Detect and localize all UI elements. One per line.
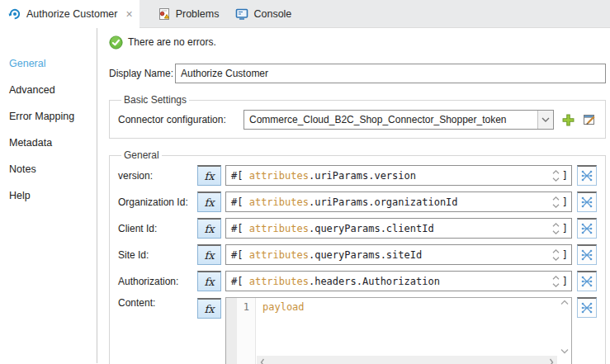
- properties-view: General Advanced Error Mapping Metadata …: [0, 28, 610, 363]
- expression-field-row: version: fx #[ attributes.uriParams.vers…: [118, 165, 597, 186]
- expression-path: .queryParams.siteId: [309, 249, 422, 261]
- vertical-scrollbar[interactable]: [558, 300, 570, 354]
- fx-toggle-button[interactable]: fx: [197, 244, 221, 265]
- fx-toggle-button[interactable]: fx: [197, 165, 221, 186]
- expression-path: .queryParams.clientId: [309, 223, 434, 234]
- expression-path: .uriParams.organizationId: [309, 196, 458, 208]
- spinner-control[interactable]: [552, 222, 560, 235]
- dataweave-icon: [580, 222, 593, 235]
- add-config-button[interactable]: [560, 112, 575, 127]
- expression-input[interactable]: #[ attributes.uriParams.version ]: [225, 165, 572, 186]
- connector-config-label: Connector configuration:: [118, 114, 244, 125]
- connector-config-value: Commerce_Cloud_B2C_Shop_Connector_Shoppe…: [244, 114, 537, 125]
- horizontal-scrollbar[interactable]: [257, 356, 557, 364]
- sidebar-item-notes[interactable]: Notes: [0, 158, 97, 180]
- line-number-gutter: 1: [226, 298, 256, 364]
- connector-icon: [8, 7, 21, 21]
- plus-icon: [562, 114, 575, 126]
- field-label: Authorization:: [118, 276, 197, 287]
- spinner-control[interactable]: [552, 248, 560, 262]
- field-label: Client Id:: [118, 223, 197, 234]
- expression-field-row: Authorization: fx #[ attributes.headers.…: [118, 271, 597, 291]
- up-down-chevrons-icon: [552, 275, 560, 288]
- expression-field-row: Client Id: fx #[ attributes.queryParams.…: [118, 218, 597, 239]
- dataweave-mapping-button[interactable]: [577, 297, 597, 318]
- fx-toggle-button[interactable]: fx: [197, 298, 221, 319]
- dataweave-mapping-button[interactable]: [577, 271, 597, 291]
- scroll-left-icon: [260, 358, 265, 364]
- tab-label: Console: [253, 8, 291, 20]
- sidebar: General Advanced Error Mapping Metadata …: [0, 28, 97, 363]
- display-name-input[interactable]: [175, 64, 606, 83]
- chevron-down-icon[interactable]: [537, 111, 553, 129]
- tab-bar: Authorize Customer × Problems Console: [0, 0, 610, 28]
- expression-prefix: #[: [231, 223, 249, 234]
- display-name-label: Display Name:: [109, 68, 175, 79]
- close-icon[interactable]: ×: [125, 8, 132, 20]
- expression-token: attributes: [249, 196, 309, 208]
- content-row: Content: fx 1 payload: [118, 297, 597, 364]
- expression-input[interactable]: #[ attributes.queryParams.siteId ]: [225, 244, 572, 265]
- scroll-right-icon: [549, 358, 554, 364]
- expression-suffix: ]: [562, 276, 568, 287]
- fx-toggle-button[interactable]: fx: [197, 191, 221, 212]
- dataweave-icon: [580, 169, 593, 182]
- dataweave-mapping-button[interactable]: [577, 191, 597, 212]
- expression-input[interactable]: #[ attributes.uriParams.organizationId ]: [225, 191, 572, 212]
- expression-suffix: ]: [562, 170, 568, 182]
- expression-input[interactable]: #[ attributes.queryParams.clientId ]: [225, 218, 572, 239]
- spinner-control[interactable]: [552, 169, 560, 182]
- problems-icon: [158, 7, 171, 21]
- console-icon: [235, 7, 248, 21]
- fx-icon: fx: [204, 303, 214, 315]
- spinner-control[interactable]: [552, 275, 560, 288]
- status-text: There are no errors.: [128, 36, 216, 48]
- expression-token: attributes: [249, 170, 309, 182]
- tab-label: Authorize Customer: [26, 8, 117, 20]
- expression-token: attributes: [249, 223, 309, 234]
- dataweave-mapping-button[interactable]: [577, 244, 597, 265]
- connector-config-select[interactable]: Commerce_Cloud_B2C_Shop_Connector_Shoppe…: [244, 110, 554, 130]
- up-down-chevrons-icon: [552, 248, 560, 262]
- sidebar-item-general[interactable]: General: [0, 53, 97, 74]
- expression-suffix: ]: [562, 249, 568, 261]
- expression-prefix: #[: [231, 196, 249, 208]
- dataweave-icon: [580, 248, 593, 262]
- expression-field-row: Site Id: fx #[ attributes.queryParams.si…: [118, 244, 597, 265]
- edit-icon: [583, 113, 596, 126]
- expression-suffix: ]: [562, 223, 568, 234]
- up-down-chevrons-icon: [552, 222, 560, 235]
- tab-authorize-customer[interactable]: Authorize Customer ×: [0, 0, 139, 28]
- expression-path: .headers.Authorization: [309, 276, 440, 287]
- content-code-editor[interactable]: 1 payload: [225, 297, 572, 364]
- fx-toggle-button[interactable]: fx: [197, 218, 221, 239]
- fx-toggle-button[interactable]: fx: [197, 271, 221, 291]
- expression-suffix: ]: [562, 196, 568, 208]
- sidebar-item-help[interactable]: Help: [0, 185, 97, 206]
- field-label: version:: [118, 170, 197, 182]
- expression-input[interactable]: #[ attributes.headers.Authorization ]: [225, 271, 572, 291]
- tab-label: Problems: [176, 8, 220, 20]
- fx-icon: fx: [204, 276, 214, 288]
- expression-prefix: #[: [231, 276, 249, 287]
- tab-problems[interactable]: Problems: [149, 0, 228, 27]
- sidebar-item-metadata[interactable]: Metadata: [0, 132, 97, 154]
- up-down-chevrons-icon: [552, 196, 560, 209]
- up-down-chevrons-icon: [552, 169, 560, 182]
- sidebar-item-error-mapping[interactable]: Error Mapping: [0, 106, 97, 127]
- spinner-control[interactable]: [552, 196, 560, 209]
- basic-settings-group: Basic Settings Connector configuration: …: [109, 94, 606, 139]
- status-message: There are no errors.: [109, 35, 606, 49]
- success-icon: [109, 35, 122, 49]
- dataweave-mapping-button[interactable]: [577, 165, 597, 186]
- scroll-down-icon: [560, 348, 569, 354]
- line-number: 1: [244, 301, 249, 313]
- edit-config-button[interactable]: [582, 112, 597, 127]
- tab-console[interactable]: Console: [227, 0, 300, 27]
- display-name-row: Display Name:: [109, 64, 606, 83]
- field-label: Site Id:: [118, 249, 197, 261]
- sidebar-item-advanced[interactable]: Advanced: [0, 79, 97, 101]
- expression-prefix: #[: [231, 249, 249, 261]
- dataweave-mapping-button[interactable]: [577, 218, 597, 239]
- connector-config-row: Connector configuration: Commerce_Cloud_…: [118, 110, 597, 130]
